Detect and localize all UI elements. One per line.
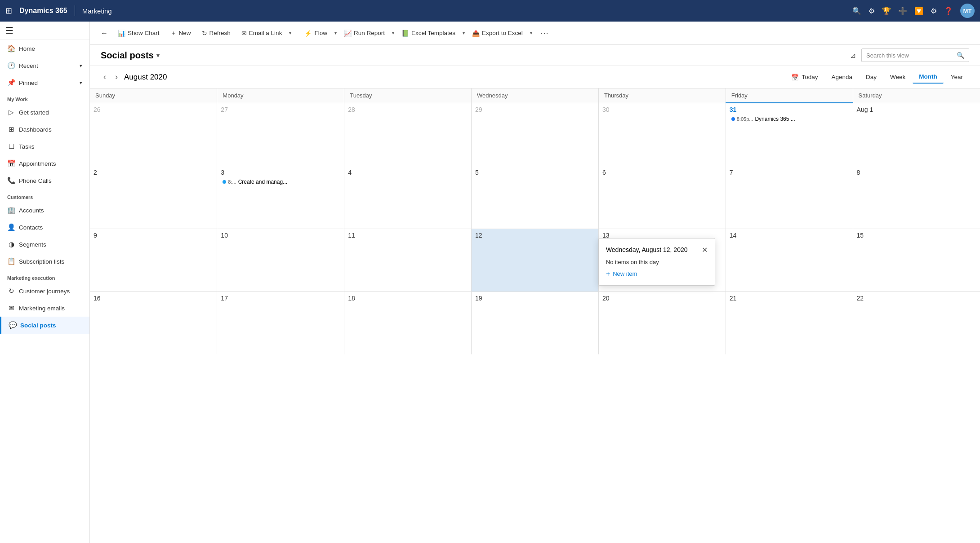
search-submit-button[interactable]: 🔍 [952,49,969,62]
calendar-cell[interactable]: 21 [726,291,853,354]
sidebar-item-subscription-lists[interactable]: 📋 Subscription lists [0,253,89,270]
new-button[interactable]: ＋ New [166,26,196,40]
export-excel-chevron[interactable]: ▾ [529,31,533,35]
dashboard-icon: ⊞ [7,125,15,133]
marketing-section-label: Marketing execution [0,270,89,283]
calendar-event[interactable]: 8:05p...Dynamics 365 ... [730,115,849,123]
calendar-cell[interactable]: 26 [90,103,217,166]
gear-icon[interactable]: ⚙ [931,7,937,15]
accounts-icon: 🏢 [7,206,15,214]
day-header-wednesday: Wednesday [472,88,599,103]
calendar-cell[interactable]: 9 [90,229,217,291]
calendar-cell[interactable]: 10 [217,229,344,291]
calendar-cell[interactable]: 17 [217,291,344,354]
sidebar-item-appointments[interactable]: 📅 Appointments [0,155,89,172]
day-number: 29 [475,106,595,113]
calendar-cell[interactable]: 7 [726,166,853,229]
sidebar-item-accounts[interactable]: 🏢 Accounts [0,202,89,219]
week-view-button[interactable]: Week [884,71,912,83]
calendar-cell[interactable]: 16 [90,291,217,354]
show-chart-button[interactable]: 📊 Show Chart [113,27,164,40]
email-link-chevron[interactable]: ▾ [288,31,292,35]
calendar-cell[interactable]: 29 [472,103,599,166]
sidebar-item-tasks[interactable]: ☐ Tasks [0,138,89,155]
calendar-cell[interactable]: 20 [598,291,726,354]
calendar-icon: 📅 [7,159,15,168]
day-view-button[interactable]: Day [860,71,883,83]
agenda-view-button[interactable]: Agenda [825,71,859,83]
avatar[interactable]: MT [960,4,975,18]
back-button[interactable]: ← [97,27,111,39]
calendar-cell[interactable]: 14 [726,229,853,291]
sidebar-item-social-posts[interactable]: 💬 Social posts [0,317,89,334]
excel-templates-chevron[interactable]: ▾ [462,31,466,35]
event-time: 8:05p... [737,116,753,122]
sidebar-item-segments[interactable]: ◑ Segments [0,236,89,253]
calendar-cell[interactable]: 28 [344,103,472,166]
refresh-button[interactable]: ↻ Refresh [197,27,235,40]
sidebar-item-customer-journeys[interactable]: ↻ Customer journeys [0,283,89,300]
sidebar-item-get-started[interactable]: ▷ Get started [0,104,89,121]
day-header-friday: Friday [726,88,853,103]
run-report-chevron[interactable]: ▾ [391,31,395,35]
sidebar-item-label: Get started [19,109,49,116]
day-number: 19 [475,295,595,302]
calendar-event[interactable]: 8:...Create and manag... [221,178,340,186]
sidebar-item-contacts[interactable]: 👤 Contacts [0,219,89,236]
calendar-cell[interactable]: 15 [853,229,980,291]
title-chevron-icon[interactable]: ▾ [156,52,160,59]
calendar-cell[interactable]: 30 [598,103,726,166]
calendar-cell[interactable]: 19 [472,291,599,354]
prev-month-button[interactable]: ‹ [101,71,109,84]
today-button[interactable]: 📅 Today [785,71,824,84]
help-icon[interactable]: ❓ [944,7,953,15]
hamburger-icon[interactable]: ☰ [5,26,13,35]
sidebar-item-recent[interactable]: 🕐 Recent ▾ [0,57,89,74]
calendar-cell[interactable]: 18 [344,291,472,354]
sidebar-item-label: Tasks [19,143,35,150]
calendar-cell[interactable]: 22 [853,291,980,354]
trophy-icon[interactable]: 🏆 [882,7,891,15]
calendar-cell[interactable]: 4 [344,166,472,229]
sidebar-item-label: Phone Calls [19,177,52,184]
calendar-cell[interactable]: Aug 1 [853,103,980,166]
filter-icon[interactable]: ⊿ [848,49,858,62]
calendar-cell[interactable]: 12 Wednesday, August 12, 2020 ✕ No items… [472,229,599,291]
popup-close-button[interactable]: ✕ [702,246,708,254]
sidebar-item-dashboards[interactable]: ⊞ Dashboards [0,121,89,138]
plus-icon: ＋ [170,29,177,37]
excel-templates-button[interactable]: 📗 Excel Templates [397,27,460,40]
run-report-button[interactable]: 📈 Run Report [339,27,389,40]
day-header-sunday: Sunday [90,88,217,103]
calendar-cell[interactable]: 11 [344,229,472,291]
month-view-button[interactable]: Month [913,71,943,84]
sidebar-item-home[interactable]: 🏠 Home [0,40,89,57]
next-month-button[interactable]: › [112,71,120,84]
year-view-button[interactable]: Year [944,71,969,83]
calendar-cell[interactable]: 2 [90,166,217,229]
sidebar-item-marketing-emails[interactable]: ✉ Marketing emails [0,300,89,317]
calendar-cell[interactable]: 8 [853,166,980,229]
topbar-module: Marketing [82,7,112,15]
flow-button[interactable]: ⚡ Flow [300,27,332,40]
calendar-cell[interactable]: 318:05p...Dynamics 365 ... [726,103,853,166]
sidebar-item-phone-calls[interactable]: 📞 Phone Calls [0,172,89,189]
popup-new-item-button[interactable]: + New item [606,270,708,278]
search-icon[interactable]: 🔍 [852,7,861,15]
add-icon[interactable]: ➕ [898,7,907,15]
search-input[interactable] [862,49,952,62]
email-link-button[interactable]: ✉ Email a Link [237,27,287,40]
day-number: 4 [348,169,468,176]
export-excel-button[interactable]: 📤 Export to Excel [468,27,527,40]
flow-chevron[interactable]: ▾ [334,31,338,35]
event-platform-icon [223,180,226,184]
sidebar-item-pinned[interactable]: 📌 Pinned ▾ [0,74,89,91]
waffle-icon[interactable]: ⊞ [5,6,12,16]
calendar-cell[interactable]: 5 [472,166,599,229]
more-options-button[interactable]: ⋯ [537,26,552,40]
calendar-cell[interactable]: 27 [217,103,344,166]
settings-check-icon[interactable]: ⚙ [869,7,875,15]
calendar-cell[interactable]: 38:...Create and manag... [217,166,344,229]
filter-icon[interactable]: 🔽 [914,7,923,15]
calendar-cell[interactable]: 6 [598,166,726,229]
